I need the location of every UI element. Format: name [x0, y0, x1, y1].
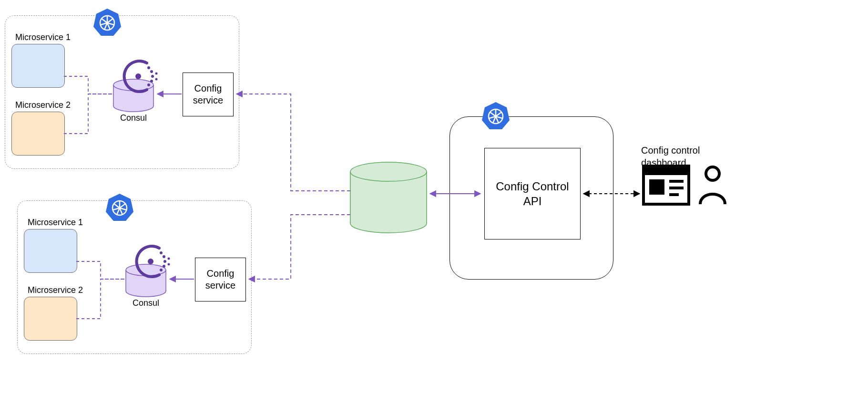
dashboard-icon — [643, 166, 689, 204]
edge-storage-to-configsvc-c2 — [249, 215, 350, 279]
ms2-box-cluster1 — [11, 112, 65, 156]
config-service-box-cluster1: Config service — [183, 73, 234, 116]
dashboard-label: Config control dashboard — [641, 144, 717, 169]
edge-storage-to-configsvc-c1 — [236, 94, 350, 191]
svg-rect-63 — [649, 179, 664, 195]
ms2-box-cluster2 — [24, 297, 77, 341]
config-service-label-cluster2: Config service — [205, 268, 235, 291]
svg-rect-61 — [643, 166, 689, 204]
consul-label-cluster2: Consul — [133, 298, 159, 309]
config-control-api-box: Config Control API — [484, 148, 581, 239]
ms1-label-cluster1: Microservice 1 — [15, 32, 71, 42]
ms1-box-cluster1 — [11, 44, 65, 88]
config-service-box-cluster2: Config service — [195, 258, 246, 302]
ms2-label-cluster2: Microservice 2 — [28, 285, 83, 295]
consul-label-cluster1: Consul — [120, 113, 147, 124]
global-storage-label: Global Config Storage — [349, 195, 435, 222]
svg-point-30 — [350, 162, 427, 181]
config-control-api-label: Config Control API — [496, 179, 569, 208]
user-icon — [700, 167, 725, 204]
svg-line-60 — [490, 112, 496, 116]
config-service-label-cluster1: Config service — [193, 83, 223, 106]
ms2-label-cluster1: Microservice 2 — [15, 100, 71, 110]
ms1-label-cluster2: Microservice 1 — [28, 218, 83, 228]
ms1-box-cluster2 — [24, 229, 77, 273]
svg-point-67 — [706, 167, 719, 180]
svg-line-55 — [496, 112, 501, 116]
diagram-canvas: Microservice 1 Microservice 2 Config ser… — [0, 0, 868, 416]
